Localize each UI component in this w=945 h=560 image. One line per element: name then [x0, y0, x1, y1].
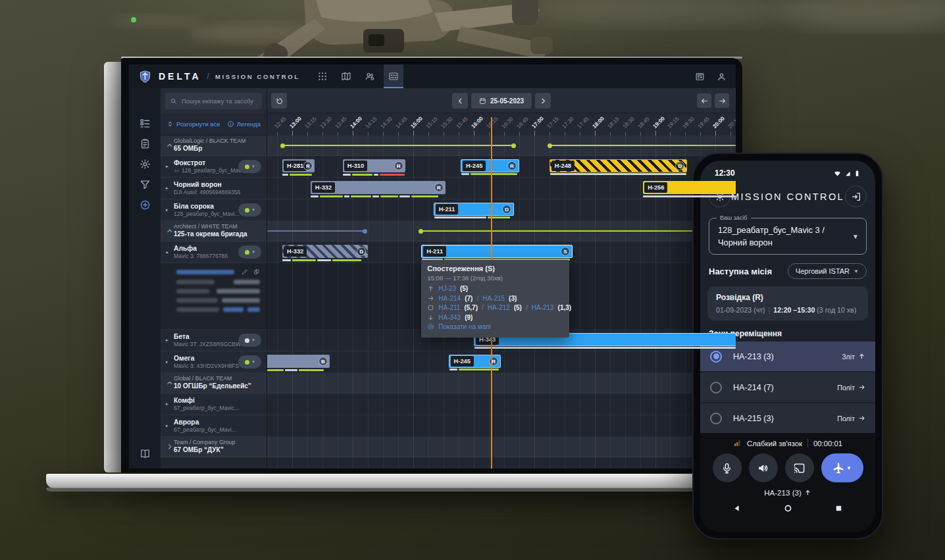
zone-link[interactable]: HJ-23 — [438, 285, 456, 292]
progress-segment — [299, 369, 324, 371]
sidebar-actions: Розгорнути все Легенда — [161, 113, 267, 136]
gantt-bar-H-248[interactable]: H-248D — [549, 159, 688, 172]
unit-row[interactable]: ▸Фокстрот128_реабатр_бус_Mavic▾ — [161, 156, 267, 178]
chevron-down-icon: ▾ — [252, 338, 255, 343]
group-row[interactable]: Architect / WHITE TEAM125-та окрема бриг… — [161, 221, 267, 242]
gantt-panel: 25-05-2023 12:4513:0013:1513:3013:4514:0… — [267, 88, 736, 469]
nav-schedule-button[interactable] — [384, 64, 403, 88]
progress-segment — [317, 259, 331, 261]
gantt-bar-H-211[interactable]: H-211S — [421, 245, 573, 258]
gantt-bar-H-332[interactable]: H-332R — [311, 181, 446, 194]
gantt-bar-H-256[interactable]: H-256 — [643, 181, 736, 194]
square-icon[interactable] — [834, 504, 843, 513]
device-select[interactable]: Ваш засіб 128_реабатр_бус_Mavic 3 / Чорн… — [709, 218, 867, 255]
home-icon[interactable] — [784, 504, 792, 513]
mission-label: H-256 — [644, 182, 667, 193]
gantt-bar-H-245[interactable]: H-245R — [449, 355, 501, 368]
cast-button[interactable] — [785, 453, 814, 482]
gantt-bar-H-245[interactable]: H-245R — [461, 159, 519, 172]
zone-link[interactable]: НА-343 — [438, 314, 461, 321]
mission-type-select[interactable]: Черговий ISTAR ▼ — [788, 263, 867, 279]
gantt-bar[interactable]: B — [267, 355, 330, 368]
zone-name: НА-214 (7) — [733, 383, 774, 392]
gantt-bar-H-281[interactable]: H-281R — [282, 159, 315, 172]
tooltip-zone-row: Показати на мапі — [427, 323, 563, 330]
prev-day-button[interactable] — [452, 93, 468, 109]
zone-row[interactable]: НА-215 (3)Політ — [700, 403, 875, 433]
group-row[interactable]: GlobalLogic / BLACK TEAM65 ОМБр — [161, 136, 267, 156]
arrow-right-icon — [718, 97, 727, 105]
unit-row[interactable]: ▸Аврора67_реабатр_бус_Mavi... — [161, 415, 267, 437]
progress-segment — [282, 259, 291, 261]
unit-row[interactable]: ▸Біла сорока128_реабатр_бус_Mavi...▾ — [161, 199, 267, 221]
radio-icon[interactable] — [710, 382, 722, 394]
nav-apps-grid-button[interactable] — [313, 64, 332, 88]
book-icon[interactable] — [140, 448, 151, 459]
brand-title: DELTA — [159, 71, 201, 82]
group-mission-line — [267, 230, 365, 232]
next-day-button[interactable] — [535, 93, 551, 109]
expand-all-button[interactable]: Розгорнути все — [166, 120, 220, 128]
gantt-bar-H-332[interactable]: H-332D — [282, 245, 368, 258]
clipboard-icon[interactable] — [140, 138, 151, 149]
phone: 12:30 MISSION CONTROL Ваш засіб 128_реаб… — [692, 153, 883, 540]
search-input[interactable] — [180, 97, 257, 105]
radio-selected-icon[interactable] — [710, 351, 722, 363]
tooltip-title: Спостереження (S) — [427, 265, 563, 272]
nav-crew-button[interactable] — [360, 64, 380, 88]
group-row[interactable]: Team / Company Group67 ОМБр “ДУК” — [161, 437, 267, 457]
mic-button[interactable] — [713, 453, 742, 482]
radio-icon[interactable] — [710, 413, 722, 424]
search-field[interactable] — [165, 93, 262, 109]
status-pill[interactable]: ▾ — [238, 203, 261, 216]
zone-link[interactable]: НА-211 — [438, 304, 460, 311]
flight-button[interactable]: ▼ — [821, 453, 863, 482]
nav-map-button[interactable] — [336, 64, 356, 88]
legend-button[interactable]: Легенда — [227, 120, 261, 128]
chevron-up-icon — [166, 141, 174, 149]
pan-left-button[interactable] — [697, 93, 711, 108]
profile-icon[interactable] — [717, 72, 727, 82]
add-icon[interactable] — [140, 199, 151, 211]
pencil-icon[interactable] — [242, 268, 248, 275]
queue-icon[interactable] — [140, 118, 151, 129]
filter-icon[interactable] — [140, 179, 151, 190]
unit-row[interactable]: ▸Чорний воронDJI Autel: 4905694869356 — [161, 178, 267, 199]
arrow-up-icon — [804, 489, 811, 496]
unit-row[interactable]: ▴АльфаMavic 3: 7886776786▾ — [161, 242, 267, 263]
mission-label: H-211 — [436, 204, 459, 215]
status-pill[interactable]: ▾ — [238, 355, 261, 369]
gantt-bar-H-310[interactable]: H-310R — [343, 159, 405, 172]
status-pill[interactable]: ▾ — [238, 334, 261, 347]
gantt-bar-H-211[interactable]: H-211D — [434, 203, 514, 216]
chevron-down-icon: ▼ — [846, 465, 852, 471]
zone-row[interactable]: НА-214 (7)Політ — [700, 372, 875, 402]
reset-view-button[interactable] — [271, 93, 287, 109]
mission-tooltip: Спостереження (S)15:08 — 17:38 (2год 30х… — [421, 260, 569, 338]
copy-icon[interactable] — [253, 268, 260, 275]
zone-link[interactable]: Показати на мапі — [438, 323, 491, 330]
zone-link[interactable]: НА-212 — [488, 304, 510, 311]
logout-button[interactable] — [845, 186, 867, 207]
status-pill[interactable]: ▾ — [238, 245, 261, 259]
zone-link[interactable]: НА-213 — [532, 304, 554, 311]
speaker-button[interactable] — [749, 453, 778, 482]
unit-row[interactable]: ▸ОмегаMavic 3: 43HD2VX9H8FS▾ — [161, 351, 267, 373]
date-picker[interactable]: 25-05-2023 — [471, 93, 532, 109]
progress-segment — [344, 195, 349, 197]
gantt-row — [267, 437, 736, 457]
status-pill[interactable]: ▾ — [238, 160, 261, 173]
zone-link[interactable]: НА-215 — [482, 295, 505, 302]
arrow-left-icon — [700, 97, 709, 105]
gantt-body: H-281RH-310RH-245RH-248DH-332RH-256H-211… — [267, 136, 736, 469]
news-feed-icon[interactable] — [695, 72, 705, 82]
line-dot — [280, 143, 285, 148]
settings-icon[interactable] — [140, 159, 151, 170]
back-icon[interactable] — [733, 504, 742, 513]
unit-row[interactable]: ▸БетаMavic 3T: JXZS8R6GCBWV▾ — [161, 330, 267, 351]
group-row[interactable]: Global / BLACK TEAM10 ОГШБр “Едельвейс” — [161, 373, 267, 394]
group-mission-line — [421, 230, 736, 232]
pan-right-button[interactable] — [715, 93, 729, 108]
unit-row[interactable]: ▸Комфі67_реабатр_бус_Mavic... — [161, 394, 267, 415]
zone-link[interactable]: НА-214 — [438, 295, 461, 302]
